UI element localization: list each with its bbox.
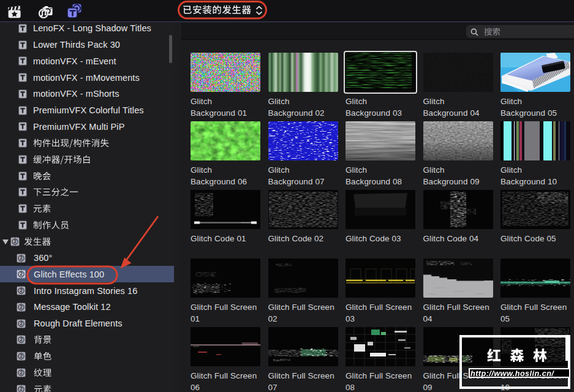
svg-text:2: 2: [20, 369, 23, 375]
svg-text:2: 2: [20, 337, 23, 343]
svg-text:2: 2: [13, 238, 17, 244]
svg-text:2: 2: [20, 353, 23, 359]
svg-text:2: 2: [20, 386, 23, 392]
